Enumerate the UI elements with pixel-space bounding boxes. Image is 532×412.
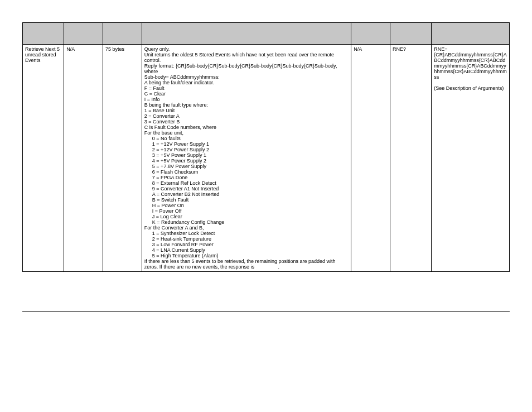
th-response-format xyxy=(432,23,510,45)
cell-response-format: RNE={CR}ABCddmmyyhhmmss{CR}ABCddmmyyhhmm… xyxy=(432,45,510,272)
footer-rule xyxy=(22,311,510,312)
desc-indent: 8 = External Ref Lock Detect xyxy=(144,180,349,186)
th-query xyxy=(390,23,432,45)
desc-indent: 5 = High Temperature (Alarm) xyxy=(144,253,349,258)
th-description xyxy=(142,23,351,45)
th-response xyxy=(351,23,390,45)
desc-line: Query only. xyxy=(144,46,349,52)
desc-indent: 0 = No faults xyxy=(144,136,349,141)
desc-indent: A = Converter B2 Not Inserted xyxy=(144,191,349,197)
rformat-blank xyxy=(434,80,507,85)
spec-table: Retrieve Next 5 unread stored Events N/A… xyxy=(22,22,510,272)
desc-indent: 3 = Low Forward RF Power xyxy=(144,242,349,247)
rformat-line: (See Description of Arguments) xyxy=(434,85,507,91)
th-parameter xyxy=(23,23,64,45)
desc-line: For the base unit, xyxy=(144,130,349,136)
desc-indent: 7 = FPGA Done xyxy=(144,175,349,180)
desc-line: A being the fault/clear indicator. xyxy=(144,80,349,85)
desc-indent: J = Log Clear xyxy=(144,214,349,219)
table-row: Retrieve Next 5 unread stored Events N/A… xyxy=(23,45,510,272)
desc-line: 1 = Base Unit xyxy=(144,108,349,113)
desc-line: Reply format: {CR}Sub-body{CR}Sub-body{C… xyxy=(144,63,349,74)
desc-indent: K = Redundancy Config Change xyxy=(144,219,349,225)
table-header xyxy=(23,23,510,45)
desc-indent: 9 = Converter A1 Not Inserted xyxy=(144,186,349,191)
desc-line: Unit returns the oldest 5 Stored Events … xyxy=(144,52,349,63)
desc-line: F = Fault xyxy=(144,85,349,91)
cell-query: RNE? xyxy=(390,45,432,272)
desc-indent: H = Power On xyxy=(144,203,349,208)
desc-indent: 1 = +12V Power Supply 1 xyxy=(144,141,349,147)
desc-line: Sub-body= ABCddmmyyhhmmss: xyxy=(144,74,349,80)
desc-indent: 6 = Flash Checksum xyxy=(144,169,349,175)
cell-description: Query only. Unit returns the oldest 5 St… xyxy=(142,45,351,272)
rformat-line: RNE={CR}ABCddmmyyhhmmss{CR}ABCddmmyyhhmm… xyxy=(434,46,507,80)
desc-indent: I = Power Off xyxy=(144,208,349,214)
desc-line: For the Converter A and B, xyxy=(144,225,349,231)
desc-indent: B = Switch Fault xyxy=(144,197,349,203)
desc-indent: 4 = LNA Current Supply xyxy=(144,247,349,253)
desc-indent: 4 = +5V Power Supply 2 xyxy=(144,158,349,164)
th-command xyxy=(64,23,103,45)
desc-indent: 2 = +12V Power Supply 2 xyxy=(144,147,349,152)
desc-line: C is Fault Code numbers, where xyxy=(144,124,349,130)
cell-command: N/A xyxy=(64,45,103,272)
cell-arguments: 75 bytes xyxy=(103,45,142,272)
desc-line: If there are less than 5 events to be re… xyxy=(144,258,349,270)
cell-parameter: Retrieve Next 5 unread stored Events xyxy=(23,45,64,272)
desc-line: I = Info xyxy=(144,97,349,102)
desc-line: 2 = Converter A xyxy=(144,113,349,119)
desc-indent: 1 = Synthesizer Lock Detect xyxy=(144,231,349,236)
desc-line: 3 = Converter B xyxy=(144,119,349,124)
desc-line: C = Clear xyxy=(144,91,349,97)
desc-indent: 3 = +5V Power Supply 1 xyxy=(144,152,349,158)
cell-response: N/A xyxy=(351,45,390,272)
desc-indent: 5 = +7.8V Power Supply xyxy=(144,164,349,169)
desc-indent: 2 = Heat-sink Temperature xyxy=(144,236,349,242)
desc-line: B being the fault type where: xyxy=(144,102,349,108)
th-arguments xyxy=(103,23,142,45)
